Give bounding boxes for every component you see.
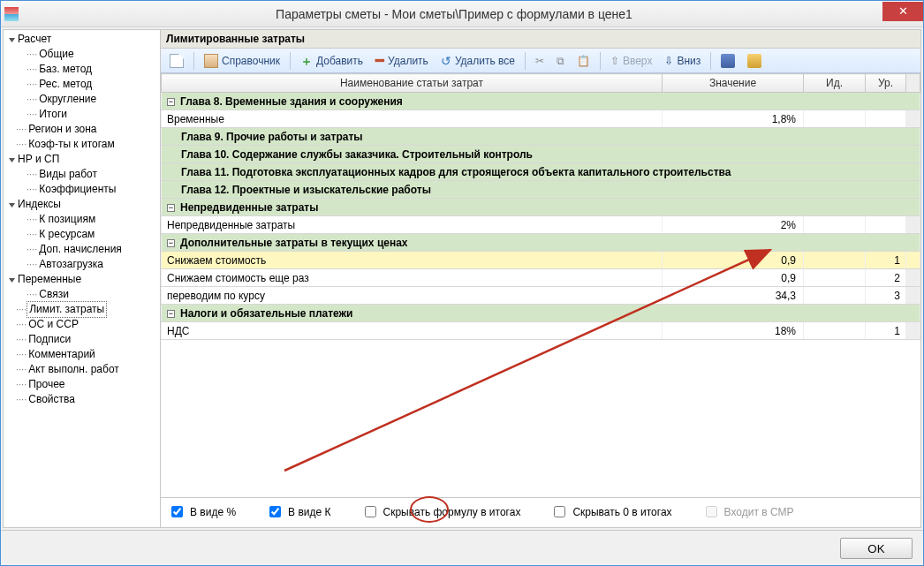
col-id[interactable]: Ид. [804, 74, 866, 93]
percent-checkbox[interactable] [171, 506, 183, 517]
close-button[interactable]: ✕ [882, 2, 923, 21]
name-cell[interactable]: Снижаем стоимость [162, 252, 663, 269]
tree-item[interactable]: Переменные [4, 272, 160, 287]
col-value[interactable]: Значение [663, 74, 804, 93]
table-row[interactable]: Глава 12. Проектные и изыскательские раб… [162, 181, 920, 199]
tree-item[interactable]: ····ОС и ССР [4, 317, 160, 332]
tree-item[interactable]: ····Связи [4, 287, 160, 302]
value-cell[interactable]: 34,3 [663, 287, 804, 305]
tree-item[interactable]: ····Регион и зона [4, 122, 160, 137]
col-level[interactable]: Ур. [866, 74, 906, 93]
table-row[interactable]: −Дополнительные затраты в текущих ценах [162, 234, 920, 252]
tree-item[interactable]: Индексы [4, 197, 160, 212]
group-cell[interactable]: −Налоги и обязательные платежи [162, 305, 920, 322]
subhead-cell[interactable]: Глава 11. Подготовка эксплуатационных ка… [162, 163, 920, 181]
up-button[interactable]: ⇧Вверх [605, 50, 657, 72]
tree-item[interactable]: ····Округление [4, 92, 160, 107]
id-cell[interactable] [804, 110, 866, 128]
collapse-icon[interactable]: − [167, 239, 175, 247]
id-cell[interactable] [804, 322, 866, 340]
opt-percent[interactable]: В виде % [168, 503, 236, 520]
copy-button[interactable]: ⧉ [551, 50, 570, 72]
tree-item[interactable]: ····Акт выполн. работ [4, 362, 160, 377]
paste-button[interactable]: 📋 [572, 50, 595, 72]
open-button[interactable] [742, 50, 767, 72]
tree-item[interactable]: ····Рес. метод [4, 77, 160, 92]
hide-formula-checkbox[interactable] [365, 506, 376, 517]
delete-all-button[interactable]: ↺Удалить все [435, 50, 520, 72]
collapse-icon[interactable]: − [167, 204, 175, 212]
subhead-cell[interactable]: Глава 12. Проектные и изыскательские раб… [162, 181, 920, 199]
opt-coeff[interactable]: В виде К [266, 503, 330, 520]
table-row[interactable]: НДС18%1 [162, 322, 920, 340]
value-cell[interactable]: 18% [663, 322, 804, 340]
tree-item[interactable]: ····Коэффициенты [4, 182, 160, 197]
value-cell[interactable]: 0,9 [663, 252, 804, 269]
level-cell[interactable] [866, 110, 906, 128]
level-cell[interactable]: 2 [866, 269, 906, 287]
level-cell[interactable]: 3 [866, 287, 906, 305]
name-cell[interactable]: переводим по курсу [162, 287, 663, 305]
expand-icon[interactable] [7, 155, 16, 164]
name-cell[interactable]: Снижаем стоимость еще раз [162, 269, 663, 287]
name-cell[interactable]: НДС [162, 322, 663, 340]
tree-item[interactable]: ····Комментарий [4, 347, 160, 362]
id-cell[interactable] [804, 252, 866, 269]
name-cell[interactable]: Временные [162, 110, 663, 128]
tree-item[interactable]: ····Доп. начисления [4, 242, 160, 257]
table-row[interactable]: Глава 11. Подготовка эксплуатационных ка… [162, 163, 920, 181]
collapse-icon[interactable]: − [167, 98, 175, 106]
down-button[interactable]: ⇩Вниз [659, 50, 706, 72]
group-cell[interactable]: −Глава 8. Временные здания и сооружения [162, 93, 920, 110]
value-cell[interactable]: 1,8% [663, 110, 804, 128]
id-cell[interactable] [804, 216, 866, 234]
delete-button[interactable]: ━Удалить [370, 50, 434, 72]
table-row[interactable]: Временные1,8% [162, 110, 920, 128]
add-button[interactable]: ＋Добавить [295, 50, 368, 72]
tree-item[interactable]: ····Итоги [4, 107, 160, 122]
level-cell[interactable]: 1 [866, 322, 906, 340]
save-button[interactable] [716, 50, 740, 72]
tree-item[interactable]: ····Свойства [4, 392, 160, 407]
nav-tree[interactable]: Расчет····Общие····Баз. метод····Рес. ме… [4, 30, 161, 527]
coeff-checkbox[interactable] [269, 506, 281, 517]
reference-button[interactable]: Справочник [199, 50, 285, 72]
tree-item[interactable]: НР и СП [4, 152, 160, 167]
new-doc-button[interactable] [164, 50, 189, 72]
subhead-cell[interactable]: Глава 9. Прочие работы и затраты [162, 128, 920, 146]
table-row[interactable]: Глава 9. Прочие работы и затраты [162, 128, 920, 146]
expand-icon[interactable] [7, 200, 16, 209]
name-cell[interactable]: Непредвиденные затраты [162, 216, 663, 234]
hide-zero-checkbox[interactable] [554, 506, 565, 517]
table-row[interactable]: переводим по курсу34,33 [162, 287, 920, 305]
tree-item[interactable]: ····Виды работ [4, 167, 160, 182]
collapse-icon[interactable]: − [167, 310, 175, 318]
tree-item[interactable]: ····Подписи [4, 332, 160, 347]
table-row[interactable]: Глава 10. Содержание службы заказчика. С… [162, 146, 920, 163]
opt-hide-formula[interactable]: Скрывать формулу в итогах [361, 503, 521, 520]
table-row[interactable]: Непредвиденные затраты2% [162, 216, 920, 234]
opt-hide-zero[interactable]: Скрывать 0 в итогах [550, 503, 671, 520]
table-row[interactable]: Снижаем стоимость0,91 [162, 252, 920, 269]
tree-item[interactable]: ····Прочее [4, 377, 160, 392]
id-cell[interactable] [804, 287, 866, 305]
ok-button[interactable]: OK [840, 538, 913, 559]
id-cell[interactable] [804, 269, 866, 287]
tree-item[interactable]: ····К позициям [4, 212, 160, 227]
subhead-cell[interactable]: Глава 10. Содержание службы заказчика. С… [162, 146, 920, 163]
group-cell[interactable]: −Дополнительные затраты в текущих ценах [162, 234, 920, 252]
tree-item[interactable]: ····К ресурсам [4, 227, 160, 242]
table-row[interactable]: −Налоги и обязательные платежи [162, 305, 920, 322]
grid-area[interactable]: Наименование статьи затрат Значение Ид. … [161, 73, 920, 497]
tree-item[interactable]: ····Автозагрузка [4, 257, 160, 272]
tree-item[interactable]: ····Лимит. затраты [4, 302, 160, 317]
level-cell[interactable]: 1 [866, 252, 906, 269]
tree-item[interactable]: ····Баз. метод [4, 62, 160, 77]
cut-button[interactable]: ✂ [530, 50, 549, 72]
table-row[interactable]: −Глава 8. Временные здания и сооружения [162, 93, 920, 110]
table-row[interactable]: −Непредвиденные затраты [162, 199, 920, 216]
value-cell[interactable]: 0,9 [663, 269, 804, 287]
tree-item[interactable]: ····Коэф-ты к итогам [4, 137, 160, 152]
tree-item[interactable]: ····Общие [4, 47, 160, 62]
group-cell[interactable]: −Непредвиденные затраты [162, 199, 920, 216]
